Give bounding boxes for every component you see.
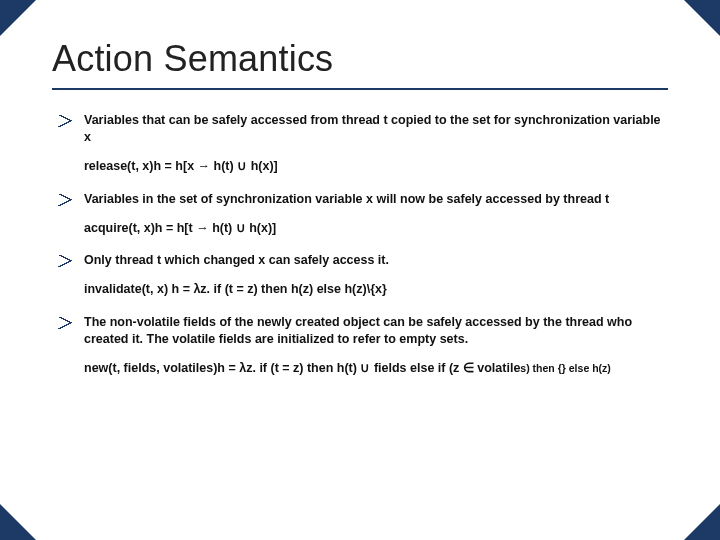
title-underline (52, 88, 668, 90)
slide: Action Semantics Variables that can be s… (0, 0, 720, 540)
corner-decoration (0, 0, 36, 36)
corner-decoration (0, 504, 36, 540)
formula-new: new(t, fields, volatiles)h = λz. if (t =… (58, 360, 668, 377)
corner-decoration (684, 504, 720, 540)
formula-release: release(t, x)h = h[x → h(t) ∪ h(x)] (58, 158, 668, 175)
slide-title: Action Semantics (52, 38, 668, 80)
formula-new-tail: s) then {} else h(z) (520, 362, 610, 374)
formula-new-main: new(t, fields, volatiles)h = λz. if (t =… (84, 361, 520, 375)
bullet-item: Variables in the set of synchronization … (58, 191, 668, 208)
formula-acquire: acquire(t, x)h = h[t → h(t) ∪ h(x)] (58, 220, 668, 237)
formula-invalidate: invalidate(t, x) h = λz. if (t = z) then… (58, 281, 668, 298)
slide-body: Variables that can be safely accessed fr… (52, 112, 668, 377)
bullet-item: The non-volatile fields of the newly cre… (58, 314, 668, 348)
bullet-item: Only thread t which changed x can safely… (58, 252, 668, 269)
bullet-item: Variables that can be safely accessed fr… (58, 112, 668, 146)
corner-decoration (684, 0, 720, 36)
